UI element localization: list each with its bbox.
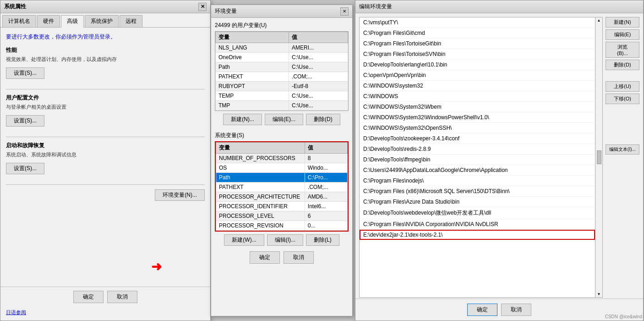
path-list-item[interactable]: C:\openVpn\OpenVpn\bin (360, 70, 595, 81)
user-vars-label: 24499 的用户变量(U) (211, 18, 352, 31)
sys-var-row[interactable]: OSWindo... (216, 163, 348, 173)
edit-env-confirm-btn[interactable]: 确定 (467, 304, 497, 316)
env-vars-close-btn[interactable]: ✕ (340, 7, 349, 16)
sys-vars-table: 变量 值 NUMBER_OF_PROCESSORS8OSWindo...Path… (216, 142, 348, 231)
sys-edit-btn[interactable]: 编辑(I)... (267, 234, 303, 246)
user-var-row[interactable]: NLS_LANGAMERI... (216, 43, 348, 53)
scroll-up-arrow[interactable]: ▲ (597, 18, 601, 22)
startup-desc: 系统启动、系统故障和调试信息 (6, 151, 205, 158)
browse-path-btn[interactable]: 浏览(B)... (606, 42, 639, 58)
startup-title: 启动和故障恢复 (6, 142, 205, 149)
sys-props-content: 要进行大多数更改，你必须作为管理员登录。 性能 视觉效果、处理器计划、内存使用，… (0, 28, 210, 206)
user-edit-btn[interactable]: 编辑(E)... (265, 114, 303, 125)
path-list-item[interactable]: E:\dev\dex2jar-2.1\dex-tools-2.1\ (360, 230, 595, 240)
system-properties-window: 系统属性 ✕ 计算机名 硬件 高级 系统保护 远程 要进行大多数更改，你必须作为… (0, 0, 211, 321)
path-list-item[interactable]: C:\Program Files\Git\cmd (360, 28, 595, 39)
sys-props-titlebar: 系统属性 ✕ (0, 0, 210, 13)
sys-props-cancel-btn[interactable]: 取消 (107, 291, 137, 303)
edit-env-sidebar: 新建(N) 编辑(E) 浏览(B)... 删除(D) 上移(U) 下移(O) 编… (606, 17, 639, 155)
sys-var-row[interactable]: PROCESSOR_LEVEL6 (216, 211, 348, 221)
user-vars-table-container: 变量 值 NLS_LANGAMERI...OneDriveC:\Use...Pa… (215, 31, 349, 111)
path-list-item[interactable]: C:\Program Files (x86)\Microsoft SQL Ser… (360, 186, 595, 197)
edit-env-footer: 确定 取消 (355, 299, 643, 321)
user-delete-btn[interactable]: 删除(D) (306, 114, 340, 125)
user-var-row[interactable]: PathC:\Use... (216, 62, 348, 72)
sys-props-title: 系统属性 (4, 3, 26, 11)
sys-vars-label: 系统变量(S) (211, 128, 352, 141)
sys-delete-btn[interactable]: 删除(L) (306, 234, 339, 246)
bottom-link[interactable]: 日语参阅 (6, 309, 26, 316)
scroll-down-arrow[interactable]: ▼ (597, 292, 601, 296)
startup-settings-btn[interactable]: 设置(S)... (6, 163, 44, 174)
new-path-btn[interactable]: 新建(N) (606, 17, 639, 28)
sys-var-row[interactable]: PathC:\Pro... (216, 173, 348, 183)
sys-var-row[interactable]: PROCESSOR_ARCHITECTUREAMD6... (216, 192, 348, 202)
path-list-item[interactable]: D:\DevelopTools\erlang\erl10.1\bin (360, 60, 595, 70)
user-var-row[interactable]: TMPC:\Use... (216, 101, 348, 111)
path-list-item[interactable]: C:\Program Files\TortoiseGit\bin (360, 39, 595, 49)
edit-env-window: 编辑环境变量 C:\vms\putTY\C:\Program Files\Git… (355, 0, 644, 321)
edit-path-btn[interactable]: 编辑(E) (606, 29, 639, 40)
userprofile-desc: 与登录帐户相关的桌面设置 (6, 104, 205, 111)
path-list-item[interactable]: C:\WINDOWS (360, 91, 595, 102)
path-list-item[interactable]: C:\Users\24499\AppData\Local\Google\Chro… (360, 165, 595, 176)
sys-var-row[interactable]: NUMBER_OF_PROCESSORS8 (216, 154, 348, 163)
user-var-row[interactable]: TEMPC:\Use... (216, 91, 348, 101)
path-list-item[interactable]: C:\Program Files\Azure Data Studio\bin (360, 197, 595, 207)
edit-env-title: 编辑环境变量 (359, 3, 392, 11)
tab-computer-name[interactable]: 计算机名 (2, 15, 36, 27)
sys-vars-col-value: 值 (305, 143, 347, 154)
performance-desc: 视觉效果、处理器计划、内存使用，以及虚拟内存 (6, 56, 205, 63)
sys-vars-buttons: 新建(W)... 编辑(I)... 删除(L) (215, 234, 349, 246)
tab-system-protection[interactable]: 系统保护 (85, 15, 119, 27)
sys-var-row[interactable]: PATHEXT.COM;... (216, 183, 348, 192)
user-var-row[interactable]: PATHEXT.COM;... (216, 72, 348, 82)
path-list-item[interactable]: C:\WINDOWS\System32\WindowsPowerShell\v1… (360, 112, 595, 123)
user-var-row[interactable]: OneDriveC:\Use... (216, 53, 348, 62)
red-arrow-indicator: ➜ (151, 259, 162, 274)
env-vars-title: 环境变量 (215, 7, 237, 15)
user-vars-col-value: 值 (289, 32, 348, 43)
tab-remote[interactable]: 远程 (120, 15, 142, 27)
sys-var-row[interactable]: PROCESSOR_REVISION0... (216, 221, 348, 231)
admin-notice: 要进行大多数更改，你必须作为管理员登录。 (6, 33, 205, 41)
move-up-btn[interactable]: 上移(U) (606, 81, 639, 92)
path-list-item[interactable]: C:\WINDOWS\system32 (360, 81, 595, 91)
sys-vars-col-name: 变量 (216, 143, 305, 154)
sys-new-btn[interactable]: 新建(W)... (224, 234, 264, 246)
path-list-item[interactable]: D:\DevelopTools\zookeeper-3.4.14\conf (360, 133, 595, 144)
edit-text-btn[interactable]: 编辑文本(I)... (606, 144, 639, 155)
performance-settings-btn[interactable]: 设置(S)... (6, 67, 44, 79)
user-vars-table: 变量 值 NLS_LANGAMERI...OneDriveC:\Use...Pa… (215, 32, 348, 111)
path-list-item[interactable]: C:\Program Files\NVIDIA Corporation\NVID… (360, 219, 595, 230)
env-vars-confirm-btn[interactable]: 确定 (250, 251, 280, 264)
path-list-item[interactable]: C:\vms\putTY\ (360, 17, 595, 28)
watermark: CSDN @ice&wind (605, 314, 642, 319)
path-list-item[interactable]: C:\WINDOWS\System32\Wbem (360, 102, 595, 112)
path-list-item[interactable]: C:\Program Files\nodejs\ (360, 176, 595, 186)
sys-var-row[interactable]: PROCESSOR_IDENTIFIERIntel6... (216, 202, 348, 211)
path-list-item[interactable]: D:\DevelopTools\redis-2.8.9 (360, 144, 595, 155)
sys-props-close-btn[interactable]: ✕ (198, 3, 207, 11)
env-vars-cancel-btn[interactable]: 取消 (284, 251, 314, 264)
tab-advanced[interactable]: 高级 (61, 15, 84, 28)
sys-props-tabbar: 计算机名 硬件 高级 系统保护 远程 (0, 13, 210, 28)
user-new-btn[interactable]: 新建(N)... (223, 114, 262, 125)
delete-path-btn[interactable]: 删除(D) (606, 60, 639, 70)
user-var-row[interactable]: RUBYOPT-Eutf-8 (216, 82, 348, 91)
userprofile-title: 用户配置文件 (6, 94, 205, 102)
path-list-item[interactable]: C:\WINDOWS\System32\OpenSSH\ (360, 123, 595, 133)
sys-props-confirm-btn[interactable]: 确定 (73, 291, 104, 303)
env-vars-btn[interactable]: 环境变量(N)... (155, 189, 205, 201)
path-list-item[interactable]: D:\DevelopTools\webdevelop\微信web开发者工具\dl… (360, 207, 595, 219)
edit-env-cancel-btn[interactable]: 取消 (501, 304, 531, 316)
path-list-item[interactable]: C:\Program Files\TortoiseSVN\bin (360, 49, 595, 60)
path-list[interactable]: C:\vms\putTY\C:\Program Files\Git\cmdC:\… (360, 17, 595, 297)
scrollbar[interactable]: ▲ ▼ (595, 17, 602, 297)
userprofile-settings-btn[interactable]: 设置(S)... (6, 115, 44, 127)
scroll-thumb[interactable] (597, 150, 601, 164)
move-down-btn[interactable]: 下移(O) (606, 94, 639, 104)
tab-hardware[interactable]: 硬件 (37, 15, 60, 27)
edit-env-titlebar: 编辑环境变量 (355, 0, 643, 13)
path-list-item[interactable]: D:\DevelopTools\ffmpeg\bin (360, 155, 595, 165)
